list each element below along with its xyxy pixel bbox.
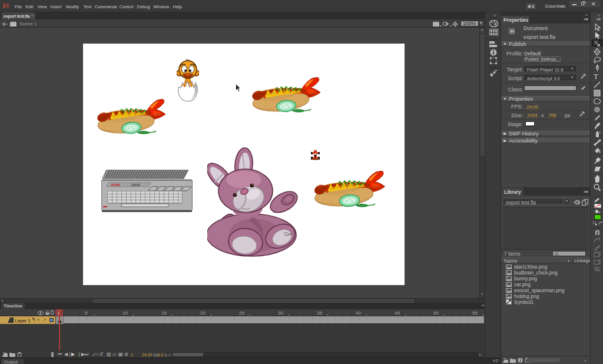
svg-text:130XE: 130XE <box>131 183 141 187</box>
svg-text:ATARI: ATARI <box>110 183 120 187</box>
